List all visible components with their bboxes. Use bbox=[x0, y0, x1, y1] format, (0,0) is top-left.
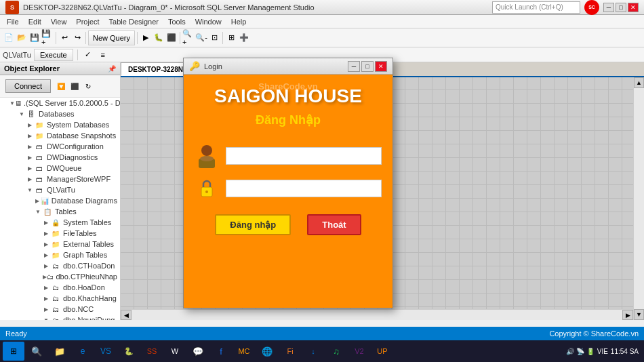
tree-ext-tables[interactable]: ▶📁 External Tables bbox=[0, 239, 120, 249]
lang-indicator: VIE bbox=[597, 348, 608, 355]
status-left: Ready bbox=[5, 329, 27, 338]
tree-file-tables[interactable]: ▶📁 FileTables bbox=[0, 228, 120, 239]
layout-icon[interactable]: ⊞ bbox=[225, 32, 237, 44]
taskbar-fi[interactable]: Fi bbox=[279, 342, 301, 361]
oe-filter-btn[interactable]: 🔽 bbox=[55, 80, 67, 92]
new-query-button[interactable]: New Query bbox=[88, 31, 135, 45]
oe-refresh-btn[interactable]: ↻ bbox=[82, 80, 94, 92]
connect-button[interactable]: Connect bbox=[5, 79, 51, 93]
taskbar-up[interactable]: UP bbox=[371, 342, 393, 361]
taskbar-fb[interactable]: f bbox=[210, 342, 232, 361]
dialog-form bbox=[195, 144, 382, 201]
dialog-maximize[interactable]: □ bbox=[361, 61, 374, 72]
oe-title: Object Explorer bbox=[4, 64, 60, 73]
quick-launch-input[interactable]: Quick Launch (Ctrl+Q) bbox=[492, 1, 580, 14]
execute-button[interactable]: Execute bbox=[34, 49, 73, 61]
taskbar-winamp[interactable]: W bbox=[164, 342, 186, 361]
tree-ctphieunhap[interactable]: ▶🗂 dbo.CTPhieuNhap bbox=[0, 271, 120, 282]
dialog-close[interactable]: ✕ bbox=[375, 61, 387, 72]
start-button[interactable]: ⊞ bbox=[3, 342, 24, 361]
new-file-icon[interactable]: 📄 bbox=[3, 32, 15, 44]
stop-icon[interactable]: ⬛ bbox=[165, 32, 178, 44]
open-file-icon[interactable]: 📂 bbox=[16, 32, 28, 44]
add-table-icon[interactable]: ➕ bbox=[238, 32, 250, 44]
menu-file[interactable]: File bbox=[3, 16, 23, 27]
menu-project[interactable]: Project bbox=[72, 16, 103, 27]
tree-khachhang[interactable]: ▶🗂 dbo.KhachHang bbox=[0, 293, 120, 304]
taskbar-spotify[interactable]: ♫ bbox=[325, 342, 347, 361]
dialog-titlebar: 🔑 Login ─ □ ✕ bbox=[184, 58, 393, 75]
oe-header: Object Explorer 📌 bbox=[0, 62, 120, 75]
run-icon[interactable]: ▶ bbox=[140, 32, 152, 44]
menu-window[interactable]: Window bbox=[191, 16, 226, 27]
oe-pin-icon[interactable]: 📌 bbox=[108, 65, 116, 73]
taskbar-ssms[interactable]: SS bbox=[141, 342, 163, 361]
tree-sys-tables[interactable]: ▶🔒 System Tables bbox=[0, 217, 120, 228]
taskbar-dl[interactable]: ↓ bbox=[302, 342, 324, 361]
taskbar-wa[interactable]: 💬 bbox=[187, 342, 209, 361]
scrollbar-v[interactable]: ▲ ▼ bbox=[633, 77, 644, 320]
dialog-title-label: Login bbox=[204, 62, 222, 71]
window-controls: ─ □ ✕ bbox=[603, 3, 639, 12]
taskbar-python[interactable]: 🐍 bbox=[118, 342, 140, 361]
taskbar-edge[interactable]: e bbox=[72, 342, 94, 361]
save-all-icon[interactable]: 💾+ bbox=[41, 32, 54, 44]
taskbar-vs2[interactable]: V2 bbox=[348, 342, 370, 361]
minimize-btn[interactable]: ─ bbox=[603, 3, 614, 12]
menu-tools[interactable]: Tools bbox=[164, 16, 190, 27]
dialog-subtitle: Đăng Nhập bbox=[256, 113, 321, 127]
debug-icon[interactable]: 🐛 bbox=[153, 32, 165, 44]
oe-stop-btn[interactable]: ⬛ bbox=[68, 80, 81, 92]
undo-icon[interactable]: ↩ bbox=[58, 32, 71, 44]
tree-dwqueue[interactable]: ▶🗃 DWQueue bbox=[0, 163, 120, 174]
menu-view[interactable]: View bbox=[47, 16, 71, 27]
zoom-out-icon[interactable]: 🔍- bbox=[195, 32, 207, 44]
systray-icons: 🔊 📡 🔋 bbox=[566, 348, 595, 355]
tree-server[interactable]: ▼ 🖥 .(SQL Server 15.0.2000.5 - DESKTOP bbox=[0, 98, 120, 108]
username-input[interactable] bbox=[226, 147, 382, 165]
taskbar-files[interactable]: 📁 bbox=[49, 342, 71, 361]
menu-bar: File Edit View Project Table Designer To… bbox=[0, 15, 644, 28]
login-button[interactable]: Đăng nhập bbox=[215, 214, 291, 235]
tree-nguoidung[interactable]: ▼🗂 dbo.NguoiDung bbox=[0, 315, 120, 320]
taskbar-search[interactable]: 🔍 bbox=[26, 342, 47, 361]
status-bar: Ready Copyright © ShareCode.vn bbox=[0, 327, 644, 340]
tree-system-dbs[interactable]: ▶📁 System Databases bbox=[0, 119, 120, 130]
exit-button[interactable]: Thoát bbox=[307, 214, 361, 235]
tree-tables[interactable]: ▼📋 Tables bbox=[0, 206, 120, 217]
tree-hoadon[interactable]: ▶🗂 dbo.HoaDon bbox=[0, 282, 120, 293]
tree-databases[interactable]: ▼ 🗄 Databases bbox=[0, 108, 120, 119]
password-input[interactable] bbox=[226, 180, 382, 197]
tree-managerwpf[interactable]: ▶🗃 ManagerStoreWPF bbox=[0, 174, 120, 184]
scrollbar-h[interactable]: ◀ ▶ bbox=[121, 309, 633, 320]
results-icon[interactable]: ≡ bbox=[97, 49, 109, 61]
taskbar-chrome[interactable]: 🌐 bbox=[256, 342, 278, 361]
tree-qlvattu[interactable]: ▼🗃 QLVatTu bbox=[0, 184, 120, 195]
taskbar-vscode[interactable]: VS bbox=[95, 342, 117, 361]
scroll-right-btn[interactable]: ▶ bbox=[622, 310, 633, 320]
tree-cthoadon[interactable]: ▶🗂 dbo.CTHoaDon bbox=[0, 260, 120, 271]
tree-graph-tables[interactable]: ▶📁 Graph Tables bbox=[0, 249, 120, 260]
scroll-left-btn[interactable]: ◀ bbox=[121, 310, 132, 320]
tree-ncc[interactable]: ▶🗂 dbo.NCC bbox=[0, 304, 120, 315]
app-logo: S bbox=[5, 1, 19, 14]
restore-btn[interactable]: □ bbox=[616, 3, 626, 12]
close-btn[interactable]: ✕ bbox=[628, 3, 639, 12]
scroll-down-btn[interactable]: ▼ bbox=[634, 309, 644, 320]
tree-diagrams[interactable]: ▶📊 Database Diagrams bbox=[0, 195, 120, 206]
save-icon[interactable]: 💾 bbox=[28, 32, 41, 44]
menu-edit[interactable]: Edit bbox=[24, 16, 45, 27]
menu-help[interactable]: Help bbox=[227, 16, 251, 27]
taskbar-mc[interactable]: MC bbox=[233, 342, 255, 361]
scroll-up-btn[interactable]: ▲ bbox=[634, 77, 644, 88]
zoom-in-icon[interactable]: 🔍+ bbox=[182, 32, 195, 44]
tree-dwdiag[interactable]: ▶🗃 DWDiagnostics bbox=[0, 152, 120, 163]
redo-icon[interactable]: ↪ bbox=[71, 32, 83, 44]
menu-table-designer[interactable]: Table Designer bbox=[105, 16, 163, 27]
tree-db-snapshots[interactable]: ▶📁 Database Snapshots bbox=[0, 130, 120, 141]
fit-icon[interactable]: ⊡ bbox=[208, 32, 220, 44]
parse-icon[interactable]: ✓ bbox=[82, 49, 94, 61]
tree-dwconfig[interactable]: ▶🗃 DWConfiguration bbox=[0, 141, 120, 152]
dialog-minimize[interactable]: ─ bbox=[348, 61, 360, 72]
databases-label: Databases bbox=[39, 110, 75, 118]
